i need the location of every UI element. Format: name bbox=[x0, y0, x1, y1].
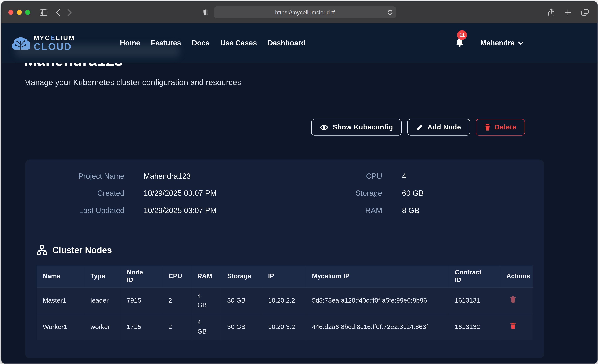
pencil-icon bbox=[416, 124, 423, 131]
nav-link-docs[interactable]: Docs bbox=[192, 39, 210, 48]
cell-type: leader bbox=[84, 287, 121, 314]
main-content: Mahendra123 Manage your Kubernetes clust… bbox=[1, 53, 597, 358]
page-subtitle: Manage your Kubernetes cluster configura… bbox=[24, 78, 597, 87]
table-row: Worker1worker171524 GB30 GB10.20.3.2446:… bbox=[37, 314, 533, 340]
detail-label: Created bbox=[37, 188, 125, 198]
cell-mycelium_ip: 446:d2a6:8bcd:8c16:ff0f:72e2:3114:863f bbox=[306, 314, 449, 340]
close-window-button[interactable] bbox=[8, 10, 13, 15]
webpage: MYCELIUM CLOUD HomeFeaturesDocsUse Cases… bbox=[1, 23, 597, 363]
screen: https://myceliumcloud.tf bbox=[0, 0, 598, 364]
detail-value: 8 GB bbox=[402, 205, 419, 215]
detail-label: Project Name bbox=[37, 171, 125, 181]
cell-storage: 30 GB bbox=[221, 287, 262, 314]
chevron-down-icon bbox=[518, 41, 523, 45]
detail-row: Last Updated10/29/2025 03:07 PM bbox=[37, 205, 285, 215]
nav-links: HomeFeaturesDocsUse CasesDashboard bbox=[120, 39, 306, 48]
column-header-ip: IP bbox=[262, 266, 306, 287]
share-icon[interactable] bbox=[548, 8, 555, 17]
nav-link-use-cases[interactable]: Use Cases bbox=[220, 39, 257, 48]
nav-link-home[interactable]: Home bbox=[120, 39, 140, 48]
tab-overview-icon[interactable] bbox=[581, 9, 589, 16]
back-icon[interactable] bbox=[55, 9, 61, 16]
column-header-storage: Storage bbox=[221, 266, 262, 287]
new-tab-icon[interactable] bbox=[565, 9, 571, 16]
cell-ip: 10.20.3.2 bbox=[262, 314, 306, 340]
cell-contract_id: 1613132 bbox=[449, 314, 500, 340]
nav-link-features[interactable]: Features bbox=[151, 39, 181, 48]
detail-label: Last Updated bbox=[37, 205, 125, 215]
column-header-actions: Actions bbox=[500, 266, 533, 287]
eye-icon bbox=[320, 124, 329, 130]
brand-e-glyph: E bbox=[51, 34, 56, 42]
cell-cpu: 2 bbox=[162, 287, 191, 314]
mycelium-cloud-logo-icon bbox=[11, 35, 30, 51]
forward-icon[interactable] bbox=[67, 9, 72, 16]
cell-actions bbox=[500, 314, 533, 340]
delete-cluster-button[interactable]: Delete bbox=[475, 119, 525, 136]
delete-node-button[interactable] bbox=[508, 296, 517, 304]
cell-cpu: 2 bbox=[162, 314, 191, 340]
table-header-row: NameTypeNode IDCPURAMStorageIPMycelium I… bbox=[37, 266, 533, 287]
detail-row: Created10/29/2025 03:07 PM bbox=[37, 188, 285, 198]
detail-row: RAM8 GB bbox=[285, 205, 533, 215]
detail-label: RAM bbox=[285, 205, 382, 215]
detail-value: 60 GB bbox=[402, 188, 424, 198]
cell-node_id: 1715 bbox=[121, 314, 162, 340]
detail-value: 10/29/2025 03:07 PM bbox=[144, 205, 216, 215]
cell-name: Master1 bbox=[37, 287, 84, 314]
delete-node-button[interactable] bbox=[508, 322, 517, 330]
detail-value: 4 bbox=[402, 171, 406, 181]
trash-icon bbox=[510, 323, 516, 329]
brand-wordmark: MYCELIUM CLOUD bbox=[33, 35, 75, 51]
network-icon bbox=[37, 245, 47, 255]
detail-row: Project NameMahendra123 bbox=[37, 171, 285, 181]
nav-link-dashboard[interactable]: Dashboard bbox=[267, 39, 305, 48]
site-navbar: MYCELIUM CLOUD HomeFeaturesDocsUse Cases… bbox=[1, 23, 597, 63]
cell-name: Worker1 bbox=[37, 314, 84, 340]
brand-logo[interactable]: MYCELIUM CLOUD bbox=[11, 35, 75, 51]
details-left: Project NameMahendra123Created10/29/2025… bbox=[37, 171, 285, 223]
browser-window: https://myceliumcloud.tf bbox=[1, 1, 598, 364]
address-bar[interactable]: https://myceliumcloud.tf bbox=[214, 7, 396, 18]
trash-icon bbox=[484, 124, 490, 131]
cell-node_id: 7915 bbox=[121, 287, 162, 314]
cell-actions bbox=[500, 287, 533, 314]
cell-contract_id: 1613131 bbox=[449, 287, 500, 314]
cell-ram: 4 GB bbox=[191, 314, 221, 340]
cluster-nodes-heading: Cluster Nodes bbox=[37, 245, 533, 255]
browser-toolbar: https://myceliumcloud.tf bbox=[1, 1, 597, 23]
fullscreen-window-button[interactable] bbox=[25, 10, 30, 15]
trash-icon bbox=[510, 296, 516, 303]
privacy-shield-icon[interactable] bbox=[202, 9, 209, 16]
cell-storage: 30 GB bbox=[221, 314, 262, 340]
notifications-button[interactable]: 11 bbox=[455, 38, 464, 48]
column-header-ram: RAM bbox=[191, 266, 221, 287]
cell-ram: 4 GB bbox=[191, 287, 221, 314]
cell-mycelium_ip: 5d8:78ea:a120:f40c:ff0f:a5fe:99e6:8b96 bbox=[306, 287, 449, 314]
detail-label: Storage bbox=[285, 188, 382, 198]
detail-value: 10/29/2025 03:07 PM bbox=[144, 188, 216, 198]
detail-value: Mahendra123 bbox=[144, 171, 191, 181]
notification-badge: 11 bbox=[457, 30, 467, 40]
show-kubeconfig-button[interactable]: Show Kubeconfig bbox=[311, 119, 402, 136]
table-body: Master1leader791524 GB30 GB10.20.2.25d8:… bbox=[37, 287, 533, 340]
user-menu[interactable]: Mahendra bbox=[481, 39, 523, 48]
cluster-nodes-table: NameTypeNode IDCPURAMStorageIPMycelium I… bbox=[37, 266, 533, 340]
details-right: CPU4Storage60 GBRAM8 GB bbox=[285, 171, 533, 223]
reload-icon[interactable] bbox=[387, 9, 393, 16]
column-header-contract-id: Contract ID bbox=[449, 266, 500, 287]
cell-ip: 10.20.2.2 bbox=[262, 287, 306, 314]
add-node-button[interactable]: Add Node bbox=[407, 119, 470, 136]
username-label: Mahendra bbox=[481, 39, 515, 48]
minimize-window-button[interactable] bbox=[17, 10, 22, 15]
sidebar-toggle-icon[interactable] bbox=[39, 9, 48, 16]
column-header-type: Type bbox=[84, 266, 121, 287]
column-header-name: Name bbox=[37, 266, 84, 287]
traffic-lights bbox=[8, 10, 30, 15]
column-header-mycelium-ip: Mycelium IP bbox=[306, 266, 449, 287]
url-text: https://myceliumcloud.tf bbox=[214, 9, 396, 16]
cluster-details-card: Project NameMahendra123Created10/29/2025… bbox=[25, 160, 544, 358]
table-row: Master1leader791524 GB30 GB10.20.2.25d8:… bbox=[37, 287, 533, 314]
detail-row: Storage60 GB bbox=[285, 188, 533, 198]
detail-row: CPU4 bbox=[285, 171, 533, 181]
